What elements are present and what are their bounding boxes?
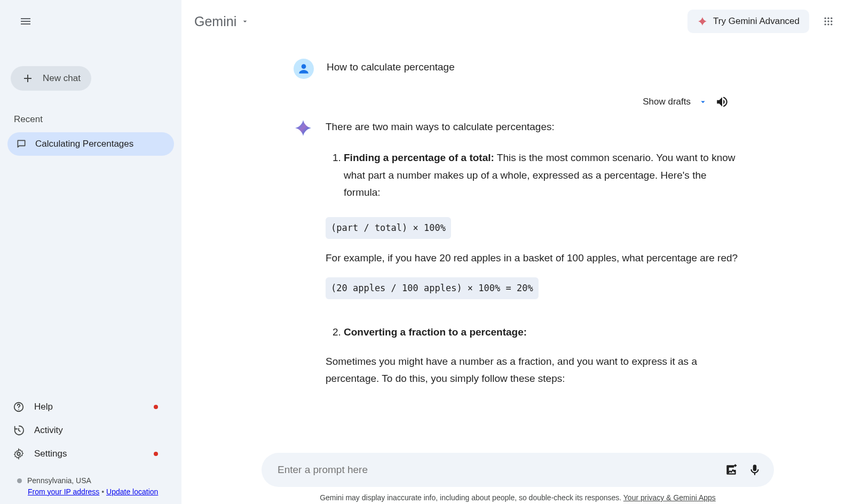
item1-bold: Finding a percentage of a total: (344, 152, 494, 163)
user-message-text: How to calculate percentage (327, 59, 455, 76)
sidebar: New chat Recent Calculating Percentages … (0, 0, 181, 504)
svg-point-5 (831, 18, 832, 19)
apps-grid-icon (823, 16, 834, 27)
help-button[interactable]: Help (7, 395, 174, 419)
svg-point-6 (825, 20, 826, 22)
ai-message-row: There are two main ways to calculate per… (294, 118, 742, 387)
code-block-2: (20 apples / 100 apples) × 100% = 20% (326, 277, 539, 299)
location-block: Pennsylvania, USA From your IP address •… (17, 475, 174, 498)
notification-dot-icon (154, 405, 158, 409)
svg-point-12 (302, 64, 306, 69)
brand-name: Gemini (194, 14, 236, 29)
code-block-1: (part / total) × 100% (326, 217, 451, 239)
svg-point-9 (825, 23, 826, 25)
upload-image-button[interactable] (719, 458, 743, 482)
answer-intro: There are two main ways to calculate per… (326, 118, 742, 135)
item2-bold: Converting a fraction to a percentage: (344, 326, 527, 338)
list-item: Finding a percentage of a total: This is… (344, 149, 742, 201)
location-dot-icon (17, 478, 22, 483)
prompt-box[interactable] (262, 453, 774, 487)
svg-point-7 (827, 20, 829, 22)
caret-down-icon (241, 17, 249, 26)
prompt-input[interactable] (278, 464, 719, 476)
user-message-row: How to calculate percentage (294, 59, 742, 79)
ai-answer: There are two main ways to calculate per… (326, 118, 742, 387)
update-location-link[interactable]: Update location (106, 487, 158, 496)
svg-point-11 (831, 23, 832, 25)
gear-icon (13, 448, 25, 460)
show-drafts-button[interactable]: Show drafts (643, 97, 691, 107)
svg-point-3 (825, 18, 826, 19)
person-icon (297, 62, 311, 76)
drafts-toolbar: Show drafts (294, 95, 742, 109)
svg-point-4 (827, 18, 829, 19)
svg-point-10 (827, 23, 829, 25)
settings-button[interactable]: Settings (7, 442, 174, 466)
chat-bubble-icon (16, 139, 27, 149)
user-avatar (294, 59, 314, 79)
try-gemini-advanced-button[interactable]: Try Gemini Advanced (687, 10, 809, 33)
activity-button[interactable]: Activity (7, 419, 174, 442)
notification-dot-icon (154, 452, 158, 456)
privacy-link[interactable]: Your privacy & Gemini Apps (623, 493, 716, 502)
help-label: Help (34, 402, 53, 412)
read-aloud-button[interactable] (715, 95, 729, 109)
mic-icon (748, 463, 762, 477)
mic-button[interactable] (743, 458, 766, 482)
try-btn-label: Try Gemini Advanced (713, 16, 800, 27)
header: Gemini Try Gemini Advanced (181, 0, 854, 43)
image-plus-icon (724, 463, 738, 477)
separator: • (101, 487, 106, 496)
svg-point-1 (18, 409, 19, 410)
paragraph-2: Sometimes you might have a number as a f… (326, 353, 742, 388)
new-chat-label: New chat (43, 73, 81, 84)
gemini-spark-icon (697, 16, 708, 27)
settings-label: Settings (34, 449, 67, 459)
svg-point-8 (831, 20, 832, 22)
google-apps-button[interactable] (816, 9, 841, 34)
activity-label: Activity (34, 425, 63, 436)
main-menu-button[interactable] (13, 9, 38, 34)
ip-address-link[interactable]: From your IP address (28, 487, 99, 496)
recent-label: Recent (14, 114, 174, 125)
svg-point-2 (17, 452, 20, 455)
location-text: Pennsylvania, USA (27, 475, 91, 486)
example-text: For example, if you have 20 red apples i… (326, 250, 742, 267)
help-icon (13, 401, 25, 413)
input-area: Gemini may display inaccurate info, incl… (181, 450, 854, 504)
disclaimer-text: Gemini may display inaccurate info, incl… (320, 493, 623, 502)
conversation-scroll[interactable]: How to calculate percentage Show drafts … (181, 43, 854, 450)
activity-icon (13, 425, 25, 436)
main-area: Gemini Try Gemini Advanced How to calcul… (181, 0, 854, 504)
hamburger-icon (19, 15, 32, 28)
list-item: Converting a fraction to a percentage: (344, 324, 742, 341)
chevron-down-icon[interactable] (698, 97, 708, 107)
gemini-icon (294, 118, 313, 138)
new-chat-button[interactable]: New chat (11, 66, 91, 91)
chat-item-label: Calculating Percentages (35, 139, 133, 149)
brand-selector[interactable]: Gemini (194, 14, 249, 29)
plus-icon (21, 72, 34, 85)
chat-item-calculating-percentages[interactable]: Calculating Percentages (7, 132, 174, 156)
disclaimer: Gemini may display inaccurate info, incl… (320, 493, 716, 502)
